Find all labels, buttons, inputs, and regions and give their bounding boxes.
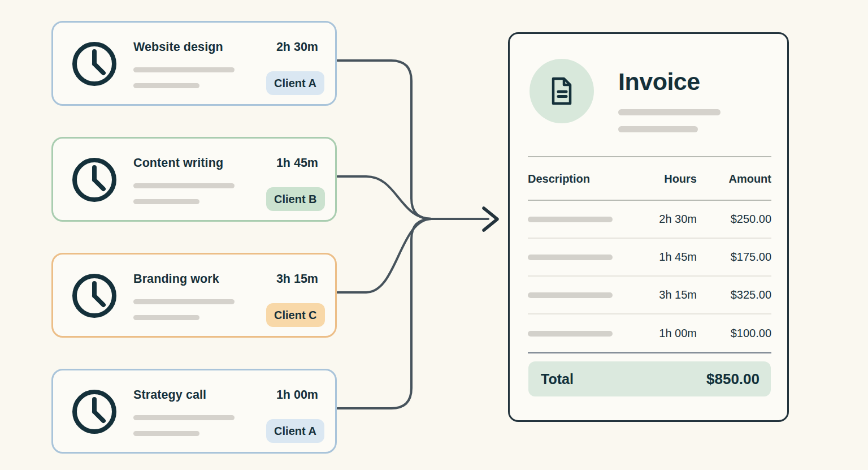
- placeholder-line: [528, 331, 613, 337]
- client-badge: Client A: [266, 419, 324, 443]
- placeholder-line: [133, 183, 235, 188]
- row-hours: 3h 15m: [632, 288, 697, 301]
- clock-icon: [70, 39, 119, 89]
- placeholder-line: [528, 255, 613, 260]
- column-header-amount: Amount: [697, 173, 771, 186]
- task-title: Branding work: [133, 272, 219, 286]
- placeholder-line: [133, 83, 199, 88]
- connector-card-1: [337, 61, 488, 219]
- row-hours: 2h 30m: [632, 213, 697, 226]
- task-card-branding-work: Branding work 3h 15m Client C: [51, 253, 337, 338]
- row-amount: $175.00: [697, 251, 771, 264]
- task-duration: 3h 15m: [276, 272, 318, 286]
- placeholder-line: [133, 299, 235, 304]
- divider: [528, 156, 771, 157]
- table-row: 2h 30m $250.00: [528, 201, 771, 239]
- task-duration: 1h 45m: [276, 156, 318, 170]
- placeholder-line: [133, 199, 199, 204]
- flow-diagram: Website design 2h 30m Client A Content w…: [0, 0, 868, 470]
- row-amount: $250.00: [697, 213, 771, 226]
- table-row: 1h 00m $100.00: [528, 314, 771, 352]
- placeholder-line: [618, 126, 698, 132]
- invoice-table-rows: 2h 30m $250.00 1h 45m $175.00 3h 15m $32…: [528, 201, 771, 352]
- clock-icon: [70, 155, 119, 205]
- connector-card-3: [337, 219, 432, 292]
- divider: [528, 352, 771, 353]
- connector-card-4: [337, 219, 432, 408]
- task-card-website-design: Website design 2h 30m Client A: [51, 21, 337, 106]
- table-row: 1h 45m $175.00: [528, 239, 771, 277]
- total-label: Total: [541, 371, 574, 387]
- invoice-title: Invoice: [618, 68, 700, 96]
- placeholder-line: [133, 315, 199, 320]
- task-title: Strategy call: [133, 388, 206, 402]
- placeholder-line: [618, 109, 721, 115]
- document-icon: [530, 59, 594, 123]
- task-card-content-writing: Content writing 1h 45m Client B: [51, 137, 337, 222]
- client-badge: Client C: [266, 303, 325, 327]
- connector-card-2: [337, 176, 432, 219]
- placeholder-line: [133, 415, 235, 420]
- total-amount: $850.00: [706, 370, 760, 388]
- client-badge: Client A: [266, 71, 324, 95]
- column-header-description: Description: [528, 173, 632, 186]
- task-duration: 1h 00m: [276, 388, 318, 402]
- placeholder-line: [133, 431, 199, 436]
- row-amount: $100.00: [697, 327, 771, 340]
- row-amount: $325.00: [697, 288, 771, 301]
- client-badge: Client B: [266, 187, 325, 211]
- task-card-strategy-call: Strategy call 1h 00m Client A: [51, 369, 337, 454]
- clock-icon: [70, 271, 119, 321]
- total-row: Total $850.00: [528, 361, 771, 396]
- table-row: 3h 15m $325.00: [528, 277, 771, 314]
- placeholder-line: [528, 217, 613, 222]
- column-header-hours: Hours: [632, 173, 697, 186]
- placeholder-line: [133, 67, 235, 72]
- row-hours: 1h 45m: [632, 251, 697, 264]
- task-title: Content writing: [133, 156, 223, 170]
- task-duration: 2h 30m: [276, 40, 318, 54]
- placeholder-line: [528, 292, 613, 298]
- task-title: Website design: [133, 40, 223, 54]
- invoice-table-header: Description Hours Amount: [528, 158, 771, 200]
- row-hours: 1h 00m: [632, 327, 697, 340]
- invoice-panel: Invoice Description Hours Amount 2h 30m …: [508, 32, 789, 422]
- clock-icon: [70, 387, 119, 437]
